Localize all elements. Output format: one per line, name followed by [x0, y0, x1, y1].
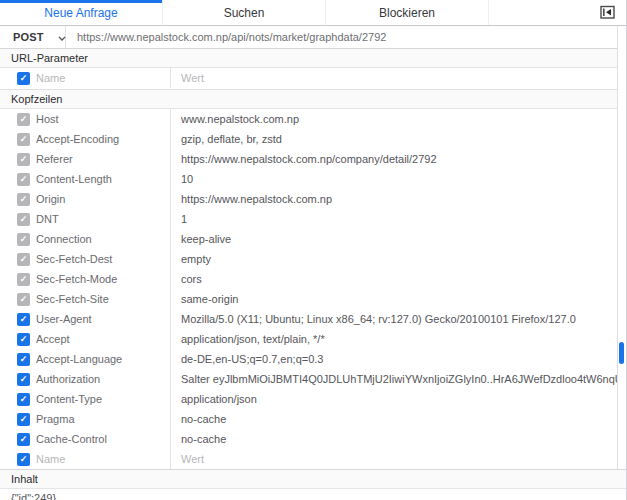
header-row: Accept-Encoding gzip, deflate, br, zstd: [0, 129, 626, 149]
header-row: Host www.nepalstock.com.np: [0, 109, 626, 129]
header-name-field[interactable]: DNT: [30, 209, 170, 229]
header-row-checkbox[interactable]: [17, 413, 30, 426]
header-row: Sec-Fetch-Site same-origin: [0, 289, 626, 309]
header-row-checkbox[interactable]: [17, 353, 30, 366]
header-value-field[interactable]: https://www.nepalstock.com.np: [170, 189, 626, 209]
url-input[interactable]: [66, 26, 626, 48]
tab-block-label: Blockieren: [379, 6, 435, 20]
header-row-checkbox[interactable]: [17, 393, 30, 406]
section-header-url-parameters[interactable]: URL-Parameter: [0, 48, 626, 68]
header-value-field[interactable]: application/json, text/plain, */*: [170, 329, 626, 349]
header-value-field[interactable]: 1: [170, 209, 626, 229]
header-value-field[interactable]: no-cache: [170, 429, 626, 449]
header-value-field[interactable]: www.nepalstock.com.np: [170, 109, 626, 129]
header-name-field[interactable]: Name: [30, 449, 170, 469]
header-name-field[interactable]: Connection: [30, 229, 170, 249]
panel-tabbar: Neue Anfrage Suchen Blockieren: [0, 0, 626, 26]
sidebar-collapse-icon: [600, 5, 615, 21]
header-row: Sec-Fetch-Dest empty: [0, 249, 626, 269]
header-name-field[interactable]: Sec-Fetch-Site: [30, 289, 170, 309]
header-row-checkbox[interactable]: [17, 253, 30, 266]
header-name-field[interactable]: Accept-Encoding: [30, 129, 170, 149]
header-value-field[interactable]: Salter eyJlbmMiOiJBMTI4Q0JDLUhTMjU2IiwiY…: [170, 369, 626, 389]
scrollbar-thumb[interactable]: [619, 342, 624, 364]
header-value-field[interactable]: empty: [170, 249, 626, 269]
section-title: Kopfzeilen: [11, 93, 62, 105]
tab-new-request[interactable]: Neue Anfrage: [0, 0, 163, 25]
header-row-checkbox[interactable]: [17, 293, 30, 306]
header-row-checkbox[interactable]: [17, 373, 30, 386]
header-value-field[interactable]: no-cache: [170, 409, 626, 429]
header-row: Content-Length 10: [0, 169, 626, 189]
header-row: DNT 1: [0, 209, 626, 229]
chevron-down-icon: [58, 31, 66, 43]
header-value-field[interactable]: https://www.nepalstock.com.np/company/de…: [170, 149, 626, 169]
header-row-checkbox[interactable]: [17, 213, 30, 226]
header-row-checkbox[interactable]: [17, 453, 30, 466]
header-row: Pragma no-cache: [0, 409, 626, 429]
header-row-checkbox[interactable]: [17, 113, 30, 126]
header-row-checkbox[interactable]: [17, 133, 30, 146]
header-row-checkbox[interactable]: [17, 333, 30, 346]
headers-list: Host www.nepalstock.com.np Accept-Encodi…: [0, 109, 626, 469]
tab-block[interactable]: Blockieren: [326, 0, 489, 25]
header-row: Sec-Fetch-Mode cors: [0, 269, 626, 289]
scrollbar-track[interactable]: [617, 26, 626, 469]
header-value-field[interactable]: application/json: [170, 389, 626, 409]
request-row: POST: [0, 26, 626, 48]
header-row-checkbox[interactable]: [17, 193, 30, 206]
header-row: Name Wert: [0, 449, 626, 469]
header-row: User-Agent Mozilla/5.0 (X11; Ubuntu; Lin…: [0, 309, 626, 329]
request-body-editor[interactable]: {"id":249}: [0, 489, 626, 500]
header-value-field[interactable]: cors: [170, 269, 626, 289]
section-title: URL-Parameter: [11, 52, 88, 64]
header-row-checkbox[interactable]: [17, 233, 30, 246]
header-name-field[interactable]: User-Agent: [30, 309, 170, 329]
tab-search-label: Suchen: [224, 6, 265, 20]
header-row: Connection keep-alive: [0, 229, 626, 249]
header-name-field[interactable]: Authorization: [30, 369, 170, 389]
header-value-field[interactable]: gzip, deflate, br, zstd: [170, 129, 626, 149]
header-row-checkbox[interactable]: [17, 153, 30, 166]
tab-new-request-label: Neue Anfrage: [44, 6, 117, 20]
tab-search[interactable]: Suchen: [163, 0, 326, 25]
section-header-headers[interactable]: Kopfzeilen: [0, 89, 626, 109]
header-name-field[interactable]: Content-Type: [30, 389, 170, 409]
header-value-field[interactable]: keep-alive: [170, 229, 626, 249]
header-row-checkbox[interactable]: [17, 173, 30, 186]
header-value-field[interactable]: Mozilla/5.0 (X11; Ubuntu; Linux x86_64; …: [170, 309, 626, 329]
header-row-checkbox[interactable]: [17, 433, 30, 446]
param-checkbox[interactable]: [17, 72, 30, 85]
new-request-panel: Neue Anfrage Suchen Blockieren POST: [0, 0, 627, 500]
header-name-field[interactable]: Host: [30, 109, 170, 129]
header-name-field[interactable]: Content-Length: [30, 169, 170, 189]
header-name-field[interactable]: Referer: [30, 149, 170, 169]
header-row: Accept application/json, text/plain, */*: [0, 329, 626, 349]
header-value-field[interactable]: de-DE,en-US;q=0.7,en;q=0.3: [170, 349, 626, 369]
section-title: Inhalt: [11, 473, 38, 485]
header-name-field[interactable]: Cache-Control: [30, 429, 170, 449]
header-name-field[interactable]: Accept-Language: [30, 349, 170, 369]
header-row-checkbox[interactable]: [17, 273, 30, 286]
header-name-field[interactable]: Sec-Fetch-Mode: [30, 269, 170, 289]
header-row: Authorization Salter eyJlbmMiOiJBMTI4Q0J…: [0, 369, 626, 389]
param-name-field[interactable]: Name: [30, 68, 170, 88]
header-value-field[interactable]: same-origin: [170, 289, 626, 309]
header-row: Cache-Control no-cache: [0, 429, 626, 449]
param-value-field[interactable]: Wert: [170, 68, 626, 88]
collapse-panel-button[interactable]: [600, 6, 615, 20]
section-header-body[interactable]: Inhalt: [0, 469, 626, 489]
header-value-field[interactable]: Wert: [170, 449, 626, 469]
header-name-field[interactable]: Pragma: [30, 409, 170, 429]
url-param-row: Name Wert: [0, 68, 626, 89]
header-name-field[interactable]: Origin: [30, 189, 170, 209]
header-row: Content-Type application/json: [0, 389, 626, 409]
header-row: Referer https://www.nepalstock.com.np/co…: [0, 149, 626, 169]
header-row: Origin https://www.nepalstock.com.np: [0, 189, 626, 209]
header-name-field[interactable]: Accept: [30, 329, 170, 349]
header-name-field[interactable]: Sec-Fetch-Dest: [30, 249, 170, 269]
header-row-checkbox[interactable]: [17, 313, 30, 326]
header-value-field[interactable]: 10: [170, 169, 626, 189]
method-select[interactable]: POST: [0, 26, 66, 48]
header-row: Accept-Language de-DE,en-US;q=0.7,en;q=0…: [0, 349, 626, 369]
